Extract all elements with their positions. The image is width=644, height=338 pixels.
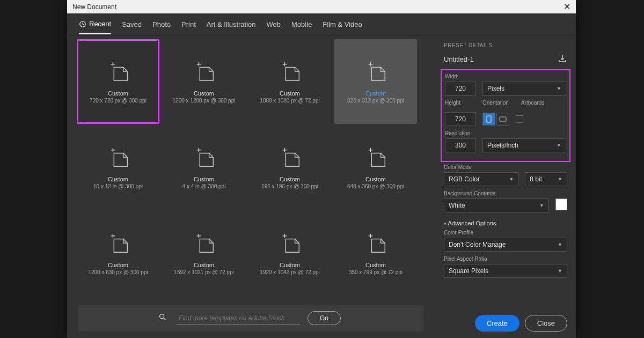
preset-title: Custom	[365, 90, 386, 97]
document-icon	[106, 232, 130, 256]
document-icon	[363, 232, 388, 256]
tab-print[interactable]: Print	[181, 20, 196, 34]
preset-dims: 1592 x 1021 px @ 72 ppi	[174, 269, 233, 275]
tab-art[interactable]: Art & Illustration	[207, 20, 256, 34]
create-button[interactable]: Create	[475, 315, 519, 332]
orientation-landscape-button[interactable]	[496, 113, 509, 126]
preset-dims: 720 x 720 px @ 300 ppi	[90, 98, 147, 104]
colormode-select[interactable]: RGB Color▼	[444, 172, 518, 186]
close-button[interactable]: Close	[525, 315, 567, 332]
preset-name[interactable]: Untitled-1	[444, 55, 474, 63]
preset-card[interactable]: Custom 196 x 196 px @ 300 ppi	[248, 125, 331, 210]
tab-recent[interactable]: Recent	[79, 20, 111, 34]
document-icon	[363, 60, 388, 85]
preset-card[interactable]: Custom 640 x 360 px @ 300 ppi	[334, 125, 417, 210]
preset-dims: 644 x 338 px @ 300 ppi	[88, 269, 148, 275]
preset-title: Custom	[280, 176, 300, 182]
preset-title: Custom	[108, 90, 128, 97]
document-icon	[106, 146, 130, 171]
preset-panel: Custom 720 x 720 px @ 300 ppi Custom 120…	[67, 36, 435, 338]
svg-rect-3	[500, 117, 506, 121]
preset-card[interactable]: Custom 1080 x 1080 px @ 72 ppi	[248, 39, 331, 124]
tab-mobile[interactable]: Mobile	[291, 20, 312, 34]
preset-card[interactable]: Custom 644 x 338 px @ 300 ppi	[77, 211, 159, 296]
preset-title: Custom	[365, 176, 386, 182]
search-input[interactable]	[177, 312, 300, 325]
colorprofile-label: Color Profile	[444, 230, 567, 236]
chevron-down-icon: ▾	[444, 221, 447, 226]
close-icon[interactable]: ✕	[564, 2, 570, 12]
tab-photo[interactable]: Photo	[152, 20, 171, 34]
preset-card[interactable]: Custom 720 x 720 px @ 300 ppi	[77, 39, 159, 124]
artboards-checkbox[interactable]	[516, 115, 523, 123]
svg-point-1	[160, 314, 164, 319]
preset-card[interactable]: Custom 1920 x 1042 px @ 72 ppi	[248, 211, 331, 296]
preset-title: Custom	[194, 176, 214, 182]
save-preset-icon[interactable]	[558, 54, 567, 65]
tab-web[interactable]: Web	[267, 20, 281, 34]
preset-dims: 640 x 360 px @ 300 ppi	[347, 183, 404, 189]
pixelaspect-label: Pixel Aspect Ratio	[444, 256, 567, 262]
resolution-input[interactable]	[445, 138, 476, 152]
bg-select[interactable]: White▼	[444, 199, 549, 212]
height-input[interactable]	[445, 112, 476, 126]
chevron-down-icon: ▼	[558, 242, 562, 247]
window-title: New Document	[72, 3, 116, 11]
bg-label: Background Contents	[444, 190, 567, 196]
preset-card[interactable]: Custom 820 x 312 px @ 300 ppi	[334, 39, 417, 124]
document-icon	[192, 232, 216, 256]
resolution-unit-select[interactable]: Pixels/Inch▼	[482, 138, 566, 152]
pixelaspect-select[interactable]: Square Pixels▼	[444, 264, 567, 278]
advanced-toggle[interactable]: ▾ Advanced Options	[444, 220, 567, 226]
size-highlight: Width Pixels▼ Height Orientation Artboar…	[441, 69, 570, 162]
preset-card[interactable]: Custom 1592 x 1021 px @ 72 ppi	[163, 211, 245, 296]
preset-title: Custom	[365, 262, 386, 268]
artboards-label: Artboards	[521, 100, 544, 106]
preset-card[interactable]: Custom 350 x 799 px @ 72 ppi	[334, 211, 417, 296]
preset-dims: 196 x 196 px @ 300 ppi	[261, 183, 318, 189]
width-input[interactable]	[445, 82, 476, 95]
orientation-label: Orientation	[482, 100, 515, 106]
titlebar: New Document ✕	[67, 0, 576, 13]
chevron-down-icon: ▼	[509, 177, 514, 182]
details-header: PRESET DETAILS	[444, 42, 567, 48]
preset-title: Custom	[194, 262, 214, 268]
orientation-portrait-button[interactable]	[482, 113, 495, 126]
search-icon	[158, 313, 167, 324]
tabs: Recent Saved Photo Print Art & Illustrat…	[67, 13, 576, 36]
tab-film[interactable]: Film & Video	[323, 20, 362, 34]
document-icon	[192, 60, 216, 85]
preset-dims: 350 x 799 px @ 72 ppi	[349, 269, 402, 275]
preset-dims: 10 x 12 in @ 300 ppi	[93, 183, 143, 189]
height-label: Height	[445, 100, 476, 106]
new-document-dialog: New Document ✕ Recent Saved Photo Print …	[67, 0, 576, 338]
preset-title: Custom	[280, 90, 300, 97]
go-button[interactable]: Go	[308, 311, 341, 325]
preset-dims: 1920 x 1042 px @ 72 ppi	[260, 269, 319, 275]
tab-saved[interactable]: Saved	[122, 20, 142, 34]
chevron-down-icon: ▼	[557, 143, 561, 148]
document-icon	[106, 60, 130, 85]
preset-card[interactable]: Custom 1200 x 1200 px @ 300 ppi	[163, 39, 245, 124]
document-icon	[277, 60, 302, 85]
preset-dims: 4 x 4 in @ 300 ppi	[182, 183, 226, 189]
preset-card[interactable]: Custom 10 x 12 in @ 300 ppi	[77, 125, 159, 210]
width-label: Width	[445, 74, 566, 79]
bg-color-swatch[interactable]	[555, 199, 567, 210]
document-icon	[192, 146, 216, 171]
width-unit-select[interactable]: Pixels▼	[482, 82, 566, 95]
preset-title: Custom	[280, 262, 300, 268]
preset-card[interactable]: Custom 4 x 4 in @ 300 ppi	[163, 125, 245, 210]
preset-dims: 1200 x 1200 px @ 300 ppi	[173, 98, 236, 104]
preset-dims: 1080 x 1080 px @ 72 ppi	[260, 98, 319, 104]
document-icon	[277, 232, 302, 256]
colormode-label: Color Mode	[444, 164, 567, 170]
chevron-down-icon: ▼	[539, 203, 544, 208]
chevron-down-icon: ▼	[558, 268, 562, 274]
preset-title: Custom	[194, 90, 214, 97]
bitdepth-select[interactable]: 8 bit▼	[525, 172, 567, 186]
chevron-down-icon: ▼	[558, 177, 562, 182]
svg-rect-2	[487, 116, 491, 122]
colorprofile-select[interactable]: Don't Color Manage▼	[444, 238, 567, 252]
preset-title: Custom	[108, 176, 128, 182]
